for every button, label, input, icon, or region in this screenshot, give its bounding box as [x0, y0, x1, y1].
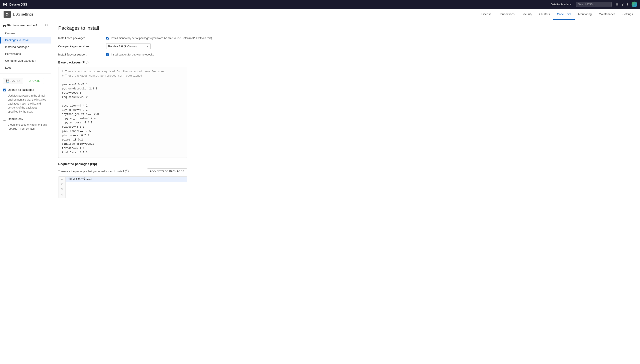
install-jupyter-label: Install Jupyter support [58, 53, 103, 56]
env-settings-icon[interactable]: ⚙ [45, 23, 48, 27]
sidebar-header: py36-tut-code-envs-dss9 ⚙ [0, 23, 51, 30]
nav-clusters[interactable]: Clusters [536, 9, 554, 20]
core-packages-versions-select[interactable]: Pandas 1.0 (Py3 only)Pandas 0.xLegacy [106, 43, 151, 49]
install-jupyter-check-group: Install support for Jupyter notebooks [106, 53, 154, 56]
line-editor-row-1: 1 nbformat==5.1.3 [59, 177, 187, 182]
update-all-option: Update all packages [0, 86, 51, 93]
line-editor-row-4: 4 [59, 193, 187, 198]
core-packages-versions-row: Core packages versions Pandas 1.0 (Py3 o… [58, 43, 633, 49]
rebuild-env-label[interactable]: Rebuild env [8, 117, 23, 120]
install-core-check-text[interactable]: Install mandatory set of packages (you w… [111, 36, 212, 40]
install-core-label: Install core packages [58, 36, 103, 40]
top-bar-icons: ⊞ ? ⌇ U [615, 2, 637, 7]
rebuild-env-desc: Clears the code environment and rebuilds… [0, 122, 51, 132]
settings-gear-icon: ⚙ [4, 11, 11, 18]
add-sets-button[interactable]: ADD SETS OF PACKAGES [147, 168, 187, 174]
settings-title: DSS settings [13, 12, 33, 16]
rebuild-env-checkbox[interactable] [3, 118, 6, 120]
main-content: Packages to install Install core package… [51, 20, 640, 364]
top-bar: Dataiku DSS Dataiku Academy ⊞ ? ⌇ U [0, 0, 640, 9]
install-core-checkbox[interactable] [106, 36, 109, 40]
line-number-4: 4 [59, 193, 66, 198]
saved-icon: 💾 [6, 80, 9, 82]
sidebar-actions: 💾 SAVED! UPDATE [0, 76, 51, 86]
base-packages-editor: # These are the packages required for th… [58, 67, 187, 158]
line-code-4 [66, 193, 187, 198]
sidebar-divider [0, 73, 51, 74]
line-editor-row-3: 3 [59, 187, 187, 193]
requested-packages-editor[interactable]: 1 nbformat==5.1.3 2 3 4 [58, 176, 187, 198]
core-packages-versions-label: Core packages versions [58, 44, 103, 48]
nav-code-envs[interactable]: Code Envs [553, 9, 575, 20]
nav-license[interactable]: License [478, 9, 495, 20]
settings-bar: ⚙ DSS settings License Connections Secur… [0, 9, 640, 20]
base-packages-header: Base packages (Pip) [58, 60, 633, 64]
nav-connections[interactable]: Connections [495, 9, 518, 20]
nav-security[interactable]: Security [518, 9, 536, 20]
nav-monitoring[interactable]: Monitoring [575, 9, 595, 20]
sidebar-item-containerized-execution[interactable]: Containerized execution [0, 57, 51, 64]
update-all-checkbox[interactable] [3, 88, 6, 92]
line-editor-row-2: 2 [59, 182, 187, 187]
install-jupyter-checkbox[interactable] [106, 53, 109, 56]
svg-point-2 [5, 4, 6, 5]
line-code-1: nbformat==5.1.3 [66, 177, 187, 182]
settings-nav: License Connections Security Clusters Co… [48, 9, 636, 20]
line-code-2 [66, 182, 187, 187]
requested-packages-header: Requested packages (Pip) [58, 162, 633, 166]
search-input[interactable] [576, 2, 611, 7]
base-packages-code: # These are the packages required for th… [59, 67, 187, 158]
install-jupyter-row: Install Jupyter support Install support … [58, 53, 633, 56]
line-code-3 [66, 187, 187, 193]
requested-header-row: These are the packages that you actually… [58, 168, 187, 174]
update-all-label[interactable]: Update all packages [8, 88, 34, 92]
sidebar-item-installed-packages[interactable]: Installed packages [0, 44, 51, 50]
academy-link[interactable]: Dataiku Academy [551, 3, 572, 6]
install-jupyter-check-text[interactable]: Install support for Jupyter notebooks [111, 53, 154, 56]
install-core-row: Install core packages Install mandatory … [58, 36, 633, 40]
saved-label: SAVED! [11, 80, 20, 82]
logo-icon [3, 2, 8, 7]
app-name: Dataiku DSS [9, 3, 27, 6]
nav-settings[interactable]: Settings [619, 9, 636, 20]
sidebar-item-logs[interactable]: Logs [0, 64, 51, 71]
update-button[interactable]: UPDATE [25, 78, 44, 84]
avatar[interactable]: U [631, 2, 637, 7]
rebuild-env-option: Rebuild env [0, 116, 51, 122]
analytics-icon[interactable]: ⌇ [627, 2, 628, 7]
install-core-check-group: Install mandatory set of packages (you w… [106, 36, 212, 40]
nav-maintenance[interactable]: Maintenance [595, 9, 619, 20]
help-icon[interactable]: ? [621, 2, 623, 6]
app-logo: Dataiku DSS [3, 2, 27, 7]
sidebar-item-permissions[interactable]: Permissions [0, 50, 51, 57]
sidebar-item-packages-to-install[interactable]: Packages to install [0, 36, 51, 44]
requested-desc: These are the packages that you actually… [58, 170, 129, 173]
page-title: Packages to install [58, 25, 633, 31]
saved-button: 💾 SAVED! [3, 78, 23, 84]
help-circle-icon[interactable]: ? [125, 170, 129, 173]
grid-icon[interactable]: ⊞ [615, 2, 618, 7]
env-name: py36-tut-code-envs-dss9 [3, 24, 37, 27]
line-number-3: 3 [59, 187, 66, 193]
layout: py36-tut-code-envs-dss9 ⚙ General Packag… [0, 20, 640, 364]
line-number-2: 2 [59, 182, 66, 187]
sidebar: py36-tut-code-envs-dss9 ⚙ General Packag… [0, 20, 51, 364]
update-all-desc: Updates packages in the virtual environm… [0, 93, 51, 116]
sidebar-item-general[interactable]: General [0, 30, 51, 36]
settings-bar-left: ⚙ DSS settings [4, 11, 48, 18]
requested-desc-text: These are the packages that you actually… [58, 170, 124, 173]
line-number-1: 1 [59, 177, 66, 182]
